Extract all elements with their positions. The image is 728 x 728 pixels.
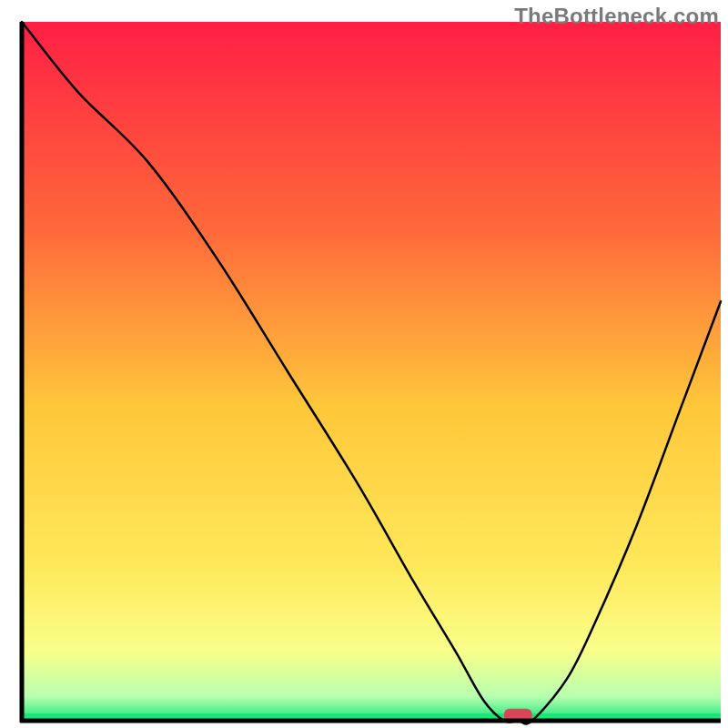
plot-background <box>22 22 721 721</box>
watermark-text: TheBottleneck.com <box>514 4 719 29</box>
chart-svg <box>0 0 728 728</box>
bottleneck-chart: TheBottleneck.com <box>0 0 728 728</box>
